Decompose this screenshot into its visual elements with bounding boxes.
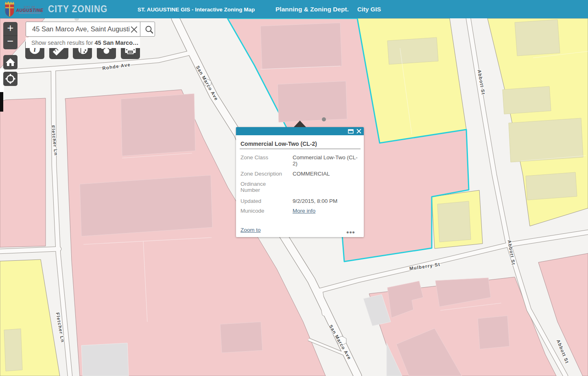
svg-text:AUGUSTINE: AUGUSTINE	[15, 8, 44, 13]
